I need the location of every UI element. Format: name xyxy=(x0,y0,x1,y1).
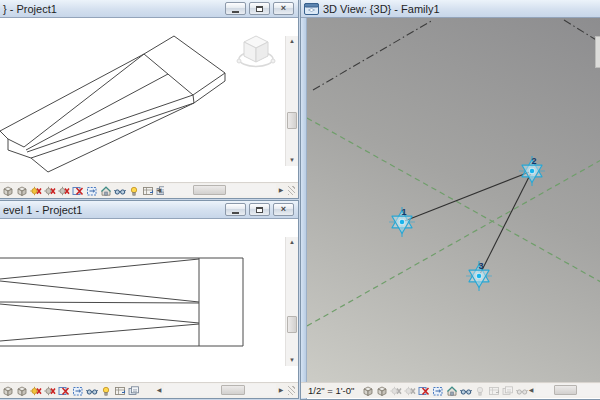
window-3d-project1: } - Project1 × ▲ ▼ ◀ ▶ xyxy=(0,0,299,199)
window-title: 3D View: {3D} - Family1 xyxy=(323,3,440,15)
detail-level-icon[interactable] xyxy=(1,384,14,397)
scroll-up-arrow[interactable]: ▲ xyxy=(286,237,298,248)
restore-icon xyxy=(256,207,263,213)
view-control-bar: ◀ ▶ xyxy=(0,182,298,198)
window-title: } - Project1 xyxy=(3,3,57,15)
temporary-hide-isolate-icon[interactable] xyxy=(113,184,126,197)
visual-style-icon[interactable] xyxy=(15,184,28,197)
shadows-icon[interactable] xyxy=(43,184,56,197)
minimize-button[interactable] xyxy=(225,203,246,216)
window-3d-family1: 3D View: {3D} - Family1 123 1/2" = 1'-0"… xyxy=(300,0,600,400)
window-level1-project1: evel 1 - Project1 × ▲ ▼ ◀ ▶ xyxy=(0,200,299,399)
visual-style-icon[interactable] xyxy=(15,384,28,397)
scroll-track[interactable] xyxy=(164,184,276,196)
svg-text:1: 1 xyxy=(401,207,406,217)
scroll-thumb[interactable] xyxy=(287,316,297,333)
lock-3d-view-icon[interactable] xyxy=(99,184,112,197)
scroll-left-arrow[interactable]: ◀ xyxy=(154,184,164,196)
show-crop-region-icon[interactable] xyxy=(431,384,444,397)
reference-point-3[interactable]: 3 xyxy=(466,261,492,292)
scroll-right-arrow[interactable]: ▶ xyxy=(276,184,286,196)
temporary-hide-isolate-icon[interactable] xyxy=(85,384,98,397)
vertical-scrollbar[interactable]: ▲ ▼ xyxy=(285,237,298,366)
sun-path-icon[interactable] xyxy=(389,384,402,397)
horizontal-scrollbar[interactable]: ◀ ▶ xyxy=(154,184,295,196)
close-icon: × xyxy=(281,205,286,214)
sun-path-icon[interactable] xyxy=(29,384,42,397)
scroll-track[interactable] xyxy=(164,384,276,396)
reveal-hidden-elements-icon[interactable] xyxy=(127,184,140,197)
sun-path-icon[interactable] xyxy=(29,184,42,197)
temporary-hide-isolate-icon[interactable] xyxy=(459,384,472,397)
viewport-level1-plan[interactable]: ▲ ▼ xyxy=(0,219,298,382)
scroll-thumb[interactable] xyxy=(193,185,226,195)
reveal-hidden-elements-icon[interactable] xyxy=(99,384,112,397)
scale-button[interactable]: 1/2" = 1'-0" xyxy=(302,385,361,396)
scroll-track[interactable] xyxy=(536,384,600,396)
show-crop-region-icon[interactable] xyxy=(85,184,98,197)
crop-region-size-icon[interactable] xyxy=(113,384,126,397)
shadows-icon[interactable] xyxy=(43,384,56,397)
horizontal-scrollbar[interactable]: ◀ ▶ xyxy=(154,384,295,396)
scroll-thumb[interactable] xyxy=(221,385,245,395)
scroll-up-arrow[interactable]: ▲ xyxy=(286,36,298,47)
view-cube[interactable] xyxy=(230,26,282,78)
titlebar-level1-project1[interactable]: evel 1 - Project1 × xyxy=(0,201,298,219)
scroll-right-arrow[interactable]: ▶ xyxy=(276,384,286,396)
lock-3d-view-icon[interactable] xyxy=(445,384,458,397)
detail-level-icon[interactable] xyxy=(1,184,14,197)
reference-point-2[interactable]: 2 xyxy=(519,156,545,187)
close-button[interactable]: × xyxy=(273,203,294,216)
rendering-dialog-icon[interactable] xyxy=(57,184,70,197)
viewport-3d-family[interactable]: 123 xyxy=(307,18,600,382)
crop-region-size-icon[interactable] xyxy=(487,384,500,397)
view-control-bar: 1/2" = 1'-0" ◀ xyxy=(301,382,600,398)
minimize-button[interactable] xyxy=(225,2,246,15)
resize-grip[interactable] xyxy=(288,386,295,395)
viewport-3d-project1[interactable]: ▲ ▼ xyxy=(0,18,298,182)
show-crop-region-icon[interactable] xyxy=(71,384,84,397)
view-cube-partial xyxy=(595,36,600,68)
scroll-down-arrow[interactable]: ▼ xyxy=(286,355,298,366)
scroll-left-arrow[interactable]: ◀ xyxy=(154,384,164,396)
detail-level-icon[interactable] xyxy=(361,384,374,397)
svg-text:3: 3 xyxy=(478,261,483,271)
minimize-icon xyxy=(232,11,239,13)
reveal-hidden-elements-icon[interactable] xyxy=(473,384,486,397)
svg-text:2: 2 xyxy=(531,156,536,166)
restore-icon xyxy=(256,6,263,12)
window-title: evel 1 - Project1 xyxy=(3,204,82,216)
scroll-thumb[interactable] xyxy=(287,112,297,129)
close-icon: × xyxy=(281,4,286,13)
scroll-down-arrow[interactable]: ▼ xyxy=(286,155,298,166)
crop-view-icon[interactable] xyxy=(417,384,430,397)
reference-point-1[interactable]: 1 xyxy=(389,207,415,238)
view-control-bar: ◀ ▶ xyxy=(0,382,298,398)
crop-view-icon[interactable] xyxy=(57,384,70,397)
worksharing-display-icon[interactable] xyxy=(127,384,140,397)
crop-region-size-icon[interactable] xyxy=(141,184,154,197)
close-button[interactable]: × xyxy=(273,2,294,15)
minimize-icon xyxy=(232,212,239,214)
visual-style-icon[interactable] xyxy=(375,384,388,397)
family-3d-drawing: 123 xyxy=(307,18,600,382)
titlebar-3d-project1[interactable]: } - Project1 × xyxy=(0,0,298,18)
horizontal-scrollbar[interactable]: ◀ xyxy=(526,384,600,396)
scroll-thumb[interactable] xyxy=(554,385,577,395)
plan-ramp-drawing xyxy=(0,219,285,382)
3d-view-icon xyxy=(304,3,319,15)
restore-button[interactable] xyxy=(249,2,270,15)
crop-view-icon[interactable] xyxy=(71,184,84,197)
restore-button[interactable] xyxy=(249,203,270,216)
shadows-icon[interactable] xyxy=(403,384,416,397)
vertical-scrollbar[interactable]: ▲ ▼ xyxy=(285,36,298,166)
titlebar-3d-family1[interactable]: 3D View: {3D} - Family1 xyxy=(301,0,600,18)
scroll-left-arrow[interactable]: ◀ xyxy=(526,384,536,396)
worksharing-display-icon[interactable] xyxy=(501,384,514,397)
resize-grip[interactable] xyxy=(288,186,295,195)
